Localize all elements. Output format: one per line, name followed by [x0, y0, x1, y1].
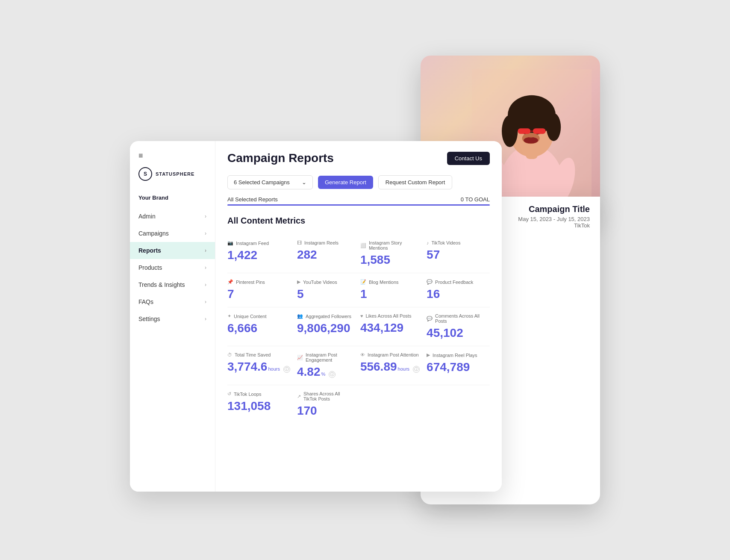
contact-button[interactable]: Contact Us — [447, 152, 490, 165]
metric-instagram-feed: 📷 Instagram Feed 1,422 — [227, 234, 297, 273]
metric-ig-reel-plays: ▶ Instagram Reel Plays 674,789 — [427, 346, 490, 385]
sidebar-item-label: FAQs — [138, 298, 153, 305]
sidebar: ≡ S STATUSPHERE Your Brand Admin › Campa… — [130, 141, 215, 492]
app-name: STATUSPHERE — [156, 171, 194, 177]
metric-tiktok-shares: ↗ Shares Across All TikTok Posts 170 — [297, 385, 360, 424]
tiktok-shares-value: 170 — [297, 404, 353, 418]
info-icon[interactable]: ⓘ — [329, 371, 336, 378]
sidebar-item-label: Settings — [138, 315, 160, 322]
metric-comments: 💬 Comments Across All Posts 45,102 — [427, 307, 490, 346]
metric-blog-mentions: 📝 Blog Mentions 1 — [360, 273, 427, 307]
blog-icon: 📝 — [360, 279, 366, 285]
chevron-right-icon: › — [205, 316, 206, 322]
info-icon[interactable]: ⓘ — [413, 366, 420, 373]
instagram-story-value: 1,585 — [360, 253, 420, 267]
aggregated-followers-value: 9,806,290 — [297, 321, 353, 335]
metric-empty-2 — [427, 385, 490, 424]
sidebar-item-reports[interactable]: Reports › — [130, 242, 215, 259]
sidebar-logo: S STATUSPHERE — [130, 167, 215, 191]
metric-tiktok-loops: ↺ TikTok Loops 131,058 — [227, 385, 297, 424]
logo-icon: S — [138, 167, 152, 181]
sidebar-item-label: Admin — [138, 213, 156, 220]
svg-point-6 — [547, 113, 561, 141]
tiktok-loops-value: 131,058 — [227, 399, 290, 413]
metric-youtube: ▶ YouTube Videos 5 — [297, 273, 360, 307]
metric-ig-engagement: 📈 Instagram Post Engagement 4.82% ⓘ — [297, 346, 360, 385]
chevron-down-icon: ⌄ — [302, 179, 306, 186]
metric-time-saved: ⏱ Total Time Saved 3,774.6hours ⓘ — [227, 346, 297, 385]
tiktok-icon: ♪ — [427, 240, 429, 245]
progress-goal: 0 TO GOAL — [461, 196, 490, 203]
campaign-select-label: 6 Selected Campaigns — [234, 179, 290, 186]
metric-instagram-story: ⬜ Instagram Story Mentions 1,585 — [360, 234, 427, 273]
filter-bar: 6 Selected Campaigns ⌄ Generate Report R… — [227, 175, 490, 189]
svg-rect-9 — [518, 128, 530, 134]
tiktok-shares-icon: ↗ — [297, 394, 301, 399]
tiktok-loops-icon: ↺ — [227, 391, 231, 397]
likes-value: 434,129 — [360, 321, 420, 335]
instagram-reels-icon: 🎞 — [297, 240, 302, 245]
comments-value: 45,102 — [427, 326, 490, 340]
tiktok-videos-value: 57 — [427, 248, 490, 262]
metric-likes: ♥ Likes Across All Posts 434,129 — [360, 307, 427, 346]
progress-label: All Selected Reports — [227, 196, 278, 203]
comments-icon: 💬 — [427, 316, 433, 321]
sidebar-item-label: Trends & Insights — [138, 281, 185, 288]
chevron-right-icon: › — [205, 282, 206, 288]
custom-report-button[interactable]: Request Custom Report — [378, 175, 452, 189]
chevron-right-icon: › — [205, 248, 206, 253]
likes-icon: ♥ — [360, 313, 363, 318]
time-saved-value: 3,774.6hours — [227, 360, 280, 374]
progress-section: All Selected Reports 0 TO GOAL — [227, 196, 490, 203]
page-header: Campaign Reports Contact Us — [227, 151, 490, 165]
page-title: Campaign Reports — [227, 151, 334, 165]
chevron-right-icon: › — [205, 230, 206, 236]
instagram-feed-value: 1,422 — [227, 248, 290, 262]
chevron-right-icon: › — [205, 299, 206, 305]
sidebar-item-campaigns[interactable]: Campaigns › — [130, 225, 215, 242]
product-feedback-value: 16 — [427, 287, 490, 301]
ig-engagement-value: 4.82% — [297, 365, 325, 379]
progress-bar — [227, 204, 490, 206]
brand-label: Your Brand — [130, 191, 215, 204]
youtube-value: 5 — [297, 287, 353, 301]
metric-aggregated-followers: 👥 Aggregated Followers 9,806,290 — [297, 307, 360, 346]
ig-reel-plays-value: 674,789 — [427, 360, 490, 374]
svg-point-12 — [529, 135, 533, 138]
svg-point-5 — [502, 115, 518, 147]
metrics-grid: 📷 Instagram Feed 1,422 🎞 Instagram Reels… — [227, 234, 490, 424]
metric-tiktok-videos: ♪ TikTok Videos 57 — [427, 234, 490, 273]
reel-plays-icon: ▶ — [427, 352, 430, 358]
unique-content-value: 6,666 — [227, 321, 290, 335]
hamburger-icon[interactable]: ≡ — [130, 151, 215, 167]
metric-product-feedback: 💬 Product Feedback 16 — [427, 273, 490, 307]
main-content: Campaign Reports Contact Us 6 Selected C… — [215, 141, 502, 492]
pinterest-value: 7 — [227, 287, 290, 301]
generate-report-button[interactable]: Generate Report — [318, 176, 373, 189]
metric-pinterest: 📌 Pinterest Pins 7 — [227, 273, 297, 307]
metric-ig-attention: 👁 Instagram Post Attention 556.89hours ⓘ — [360, 346, 427, 385]
metric-empty-1 — [360, 385, 427, 424]
dashboard-card: ≡ S STATUSPHERE Your Brand Admin › Campa… — [130, 141, 502, 492]
svg-point-8 — [524, 137, 538, 144]
sidebar-item-label: Products — [138, 264, 162, 271]
info-icon[interactable]: ⓘ — [283, 366, 290, 373]
sidebar-item-products[interactable]: Products › — [130, 259, 215, 276]
sidebar-item-trends[interactable]: Trends & Insights › — [130, 276, 215, 293]
sidebar-item-label: Campaigns — [138, 230, 169, 237]
sidebar-item-settings[interactable]: Settings › — [130, 310, 215, 327]
campaign-select-dropdown[interactable]: 6 Selected Campaigns ⌄ — [227, 175, 313, 189]
youtube-icon: ▶ — [297, 279, 300, 285]
pinterest-icon: 📌 — [227, 279, 233, 285]
sidebar-item-admin[interactable]: Admin › — [130, 208, 215, 225]
time-icon: ⏱ — [227, 352, 232, 357]
sidebar-item-label: Reports — [138, 247, 161, 254]
instagram-feed-icon: 📷 — [227, 240, 233, 246]
attention-icon: 👁 — [360, 352, 365, 357]
svg-rect-10 — [533, 128, 546, 134]
chevron-right-icon: › — [205, 265, 206, 271]
sidebar-item-faqs[interactable]: FAQs › — [130, 293, 215, 310]
metrics-title: All Content Metrics — [227, 216, 490, 226]
metric-instagram-reels: 🎞 Instagram Reels 282 — [297, 234, 360, 273]
ig-attention-value: 556.89hours — [360, 360, 409, 374]
